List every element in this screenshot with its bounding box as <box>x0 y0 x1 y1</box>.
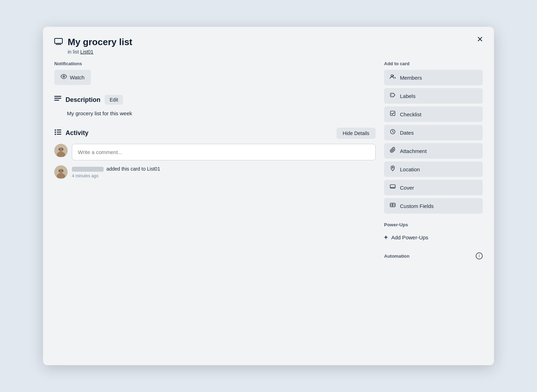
svg-rect-0 <box>55 38 62 43</box>
info-icon[interactable]: i <box>476 252 483 259</box>
hide-details-button[interactable]: Hide Details <box>337 128 376 139</box>
svg-rect-1 <box>56 44 61 45</box>
description-title: Description <box>66 96 100 104</box>
notifications-label: Notifications <box>54 61 376 66</box>
plus-icon: + <box>384 234 388 241</box>
dates-button[interactable]: Dates <box>384 125 483 140</box>
labels-icon <box>390 92 396 100</box>
description-icon <box>54 96 61 104</box>
modal-subtitle: in list List01 <box>68 49 132 55</box>
members-button[interactable]: Members <box>384 70 483 85</box>
svg-point-21 <box>62 170 63 171</box>
activity-time: 4 minutes ago <box>72 173 160 178</box>
attachment-icon <box>390 147 396 155</box>
custom-fields-button[interactable]: Custom Fields <box>384 198 483 214</box>
cover-label: Cover <box>400 185 414 191</box>
svg-rect-7 <box>57 130 61 131</box>
attachment-button[interactable]: Attachment <box>384 143 483 159</box>
attachment-label: Attachment <box>400 148 427 154</box>
location-icon <box>390 165 396 173</box>
activity-header: Activity Hide Details <box>54 128 376 139</box>
user-avatar <box>54 144 68 157</box>
modal-header: My grocery list in list List01 <box>54 37 483 55</box>
watch-button[interactable]: Watch <box>54 70 91 85</box>
svg-rect-11 <box>57 134 61 135</box>
activity-user-blur <box>72 167 104 172</box>
power-ups-label: Power-Ups <box>384 222 483 227</box>
eye-icon <box>61 73 67 81</box>
modal-title: My grocery list <box>68 37 132 48</box>
svg-point-10 <box>55 134 56 135</box>
activity-header-left: Activity <box>54 129 88 137</box>
activity-log-text: added this card to List01 <box>72 165 160 173</box>
svg-point-23 <box>391 95 392 96</box>
checklist-label: Checklist <box>400 111 421 117</box>
power-ups-section: Power-Ups + Add Power-Ups <box>384 222 483 244</box>
list-link[interactable]: List01 <box>80 49 93 55</box>
activity-log-row: added this card to List01 4 minutes ago <box>54 165 376 179</box>
close-button[interactable]: ✕ <box>474 33 486 46</box>
custom-fields-label: Custom Fields <box>400 203 434 209</box>
checklist-button[interactable]: Checklist <box>384 106 483 122</box>
svg-rect-3 <box>54 96 61 97</box>
watch-label: Watch <box>70 74 85 80</box>
modal-body: Notifications Watch <box>54 61 483 354</box>
cover-button[interactable]: Cover <box>384 180 483 195</box>
custom-fields-icon <box>390 202 396 210</box>
svg-point-15 <box>59 148 60 149</box>
sidebar: Add to card Members <box>384 61 483 354</box>
add-power-ups-button[interactable]: + Add Power-Ups <box>384 231 428 244</box>
add-to-card-label: Add to card <box>384 61 483 66</box>
modal-title-block: My grocery list in list List01 <box>68 37 132 55</box>
svg-point-2 <box>63 76 65 78</box>
svg-point-26 <box>392 167 394 169</box>
labels-button[interactable]: Labels <box>384 88 483 104</box>
activity-log-content: added this card to List01 4 minutes ago <box>72 165 160 178</box>
dates-icon <box>390 129 396 136</box>
svg-point-16 <box>62 148 63 149</box>
description-text: My grocery list for this week <box>67 110 376 118</box>
svg-point-6 <box>55 129 56 131</box>
comment-input[interactable] <box>72 144 376 160</box>
comment-row <box>54 144 376 160</box>
svg-rect-4 <box>54 98 61 99</box>
automation-label: Automation <box>384 253 409 259</box>
activity-icon <box>54 129 61 137</box>
svg-rect-28 <box>390 187 395 188</box>
main-content: Notifications Watch <box>54 61 376 354</box>
svg-point-8 <box>55 131 56 133</box>
notifications-section: Notifications Watch <box>54 61 376 85</box>
card-icon <box>54 38 63 47</box>
card-modal: ✕ My grocery list in list List01 Notific… <box>43 27 494 365</box>
members-label: Members <box>400 75 422 81</box>
svg-point-22 <box>391 75 393 77</box>
dates-label: Dates <box>400 130 414 136</box>
add-power-ups-label: Add Power-Ups <box>391 234 428 240</box>
activity-avatar <box>54 165 68 179</box>
description-header: Description Edit <box>54 95 376 105</box>
add-to-card-section: Add to card Members <box>384 61 483 214</box>
automation-section: Automation i <box>384 252 483 259</box>
edit-button[interactable]: Edit <box>105 95 123 105</box>
activity-section: Activity Hide Details <box>54 128 376 179</box>
svg-rect-24 <box>390 111 395 116</box>
svg-rect-9 <box>57 132 61 133</box>
members-icon <box>390 74 396 81</box>
automation-row: Automation i <box>384 252 483 259</box>
location-button[interactable]: Location <box>384 161 483 177</box>
activity-title: Activity <box>66 129 88 137</box>
svg-rect-5 <box>54 100 59 101</box>
svg-point-20 <box>59 170 60 171</box>
checklist-icon <box>390 110 396 118</box>
description-section: Description Edit My grocery list for thi… <box>54 95 376 118</box>
labels-label: Labels <box>400 93 415 99</box>
location-label: Location <box>400 166 420 172</box>
cover-icon <box>390 184 396 191</box>
